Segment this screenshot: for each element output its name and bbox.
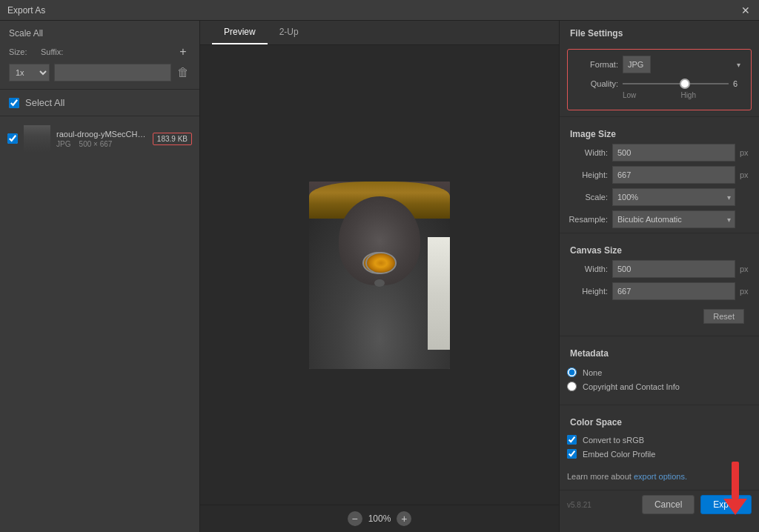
quality-high-label: High: [680, 91, 696, 99]
suffix-input[interactable]: [54, 64, 171, 82]
select-all-label[interactable]: Select All: [25, 97, 64, 108]
suffix-label: Suffix:: [41, 47, 170, 56]
metadata-copyright-label[interactable]: Copyright and Contact Info: [583, 382, 680, 391]
add-scale-button[interactable]: +: [176, 44, 190, 59]
title-bar: Export As ✕: [0, 0, 759, 21]
format-label: Format:: [574, 60, 618, 69]
left-panel: Scale All Size: Suffix: + 1x 2x 3x 🗑 Sel…: [0, 21, 200, 532]
close-button[interactable]: ✕: [740, 4, 752, 16]
height-unit: px: [740, 170, 752, 179]
file-thumbnail: [24, 125, 50, 152]
width-input[interactable]: [612, 144, 735, 162]
select-all-row: Select All: [0, 90, 199, 116]
canvas-width-label: Width:: [567, 265, 608, 273]
cancel-button[interactable]: Cancel: [642, 495, 695, 514]
canvas-width-unit: px: [740, 265, 752, 273]
convert-srgb-label[interactable]: Convert to sRGB: [583, 436, 644, 445]
format-select-wrapper: JPG PNG GIF SVG: [623, 56, 745, 73]
format-select[interactable]: JPG PNG GIF SVG: [623, 56, 651, 73]
image-scale-select[interactable]: 100% 50% 200%: [612, 188, 735, 206]
color-space-title: Color Space: [560, 410, 759, 432]
zoom-out-button[interactable]: −: [348, 511, 362, 526]
cat-image: [309, 182, 450, 369]
width-label: Width:: [567, 148, 608, 157]
zoom-in-button[interactable]: +: [397, 511, 411, 526]
canvas-size-title: Canvas Size: [560, 238, 759, 260]
quality-slider[interactable]: [623, 83, 729, 84]
quality-low-label: Low: [623, 91, 636, 99]
right-panel: File Settings Format: JPG PNG GIF SVG Qu…: [559, 21, 759, 532]
resample-select-wrapper: Bicubic Automatic Bicubic Bilinear: [612, 210, 735, 228]
zoom-bar: − 100% +: [200, 505, 559, 532]
scale-select[interactable]: 1x 2x 3x: [9, 64, 50, 82]
canvas-width-input[interactable]: [612, 260, 735, 278]
canvas-size-section: Width: px Height: px: [560, 260, 759, 300]
preview-image: [309, 182, 450, 369]
height-input[interactable]: [612, 166, 735, 184]
metadata-none-label[interactable]: None: [583, 368, 602, 377]
metadata-none-radio[interactable]: [567, 368, 577, 377]
preview-tabs: Preview 2-Up: [200, 21, 559, 45]
tab-preview[interactable]: Preview: [212, 21, 268, 44]
canvas-height-label: Height:: [567, 287, 608, 296]
file-checkbox[interactable]: [7, 133, 18, 144]
tab-2up[interactable]: 2-Up: [268, 21, 311, 44]
file-item[interactable]: raoul-droog-yMSecCHsIBc-unsplash JPG 500…: [0, 121, 199, 156]
metadata-copyright-radio[interactable]: [567, 382, 577, 391]
convert-srgb-checkbox[interactable]: [567, 435, 577, 445]
file-name: raoul-droog-yMSecCHsIBc-unsplash: [56, 130, 147, 139]
metadata-title: Metadata: [560, 341, 759, 363]
zoom-percentage: 100%: [368, 513, 391, 524]
scale-section: Scale All Size: Suffix: + 1x 2x 3x 🗑: [0, 21, 199, 90]
preview-area: [200, 45, 559, 505]
red-arrow: [723, 462, 747, 515]
scale-label: Scale:: [567, 193, 608, 202]
version-text: v5.8.21: [567, 501, 591, 509]
center-panel: Preview 2-Up: [200, 21, 559, 532]
delete-scale-button[interactable]: 🗑: [176, 65, 190, 80]
height-label: Height:: [567, 170, 608, 179]
quality-label: Quality:: [574, 79, 618, 88]
image-size-title: Image Size: [560, 122, 759, 144]
width-unit: px: [740, 148, 752, 157]
scale-all-title: Scale All: [9, 28, 190, 39]
reset-button[interactable]: Reset: [703, 309, 744, 324]
window-title: Export As: [7, 5, 45, 16]
embed-profile-checkbox[interactable]: [567, 449, 577, 459]
file-info: raoul-droog-yMSecCHsIBc-unsplash JPG 500…: [56, 130, 147, 148]
file-size-badge: 183.9 KB: [153, 133, 192, 145]
file-meta: JPG 500 × 667: [56, 140, 147, 148]
scale-select-wrapper: 100% 50% 200%: [612, 188, 735, 206]
image-size-section: Width: px Height: px Scale: 100% 50% 200…: [560, 144, 759, 228]
resample-select[interactable]: Bicubic Automatic Bicubic Bilinear: [612, 210, 735, 228]
size-label: Size:: [9, 47, 35, 56]
file-settings-title: File Settings: [560, 21, 759, 43]
metadata-section: None Copyright and Contact Info: [560, 363, 759, 400]
canvas-height-input[interactable]: [612, 282, 735, 300]
learn-more-text: Learn more about: [567, 472, 634, 481]
file-list: raoul-droog-yMSecCHsIBc-unsplash JPG 500…: [0, 116, 199, 532]
embed-profile-label[interactable]: Embed Color Profile: [583, 450, 655, 459]
file-settings-box: Format: JPG PNG GIF SVG Quality: 6 Low H…: [567, 49, 752, 110]
canvas-height-unit: px: [740, 287, 752, 296]
learn-more-link[interactable]: export options.: [634, 472, 687, 481]
select-all-checkbox[interactable]: [9, 98, 19, 108]
resample-label: Resample:: [567, 215, 608, 224]
quality-value: 6: [733, 79, 745, 88]
